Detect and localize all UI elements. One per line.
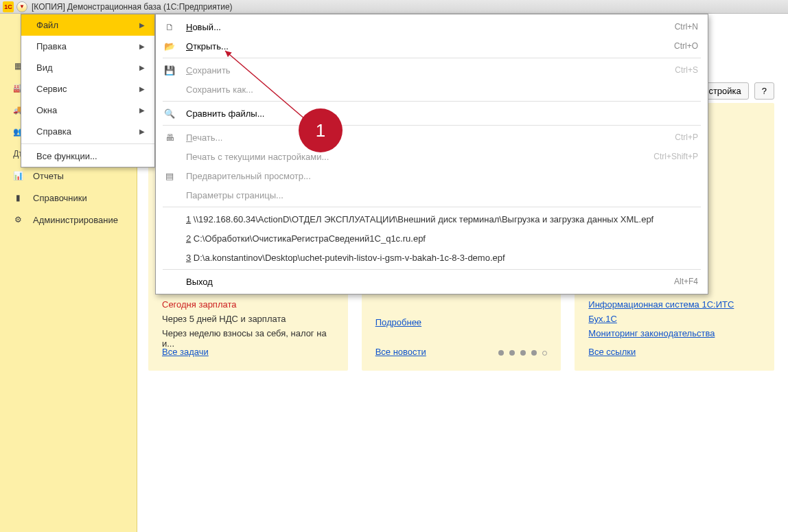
menu-item-recent-1[interactable]: 1 \\192.168.60.34\ActionD\ОТДЕЛ ЭКСПЛУАТ…: [156, 209, 708, 229]
all-links-link[interactable]: Все ссылки: [588, 347, 636, 357]
annotation-badge: 1: [299, 108, 343, 152]
menu-shortcut: Ctrl+P: [661, 132, 698, 142]
chevron-right-icon: ▶: [139, 43, 145, 50]
main-menu: Файл ▶ Правка ▶ Вид ▶ Сервис ▶ Окна ▶ Сп…: [21, 14, 155, 167]
news-more-link[interactable]: Подробнее: [375, 317, 421, 327]
link-monitoring[interactable]: Мониторинг законодательства: [588, 328, 715, 338]
link-buh1c[interactable]: Бух.1С: [588, 314, 616, 324]
save-icon: 💾: [163, 65, 176, 76]
menu-label: Все функции...: [36, 151, 97, 161]
dot-icon[interactable]: [498, 350, 504, 356]
chevron-right-icon: ▶: [139, 64, 145, 71]
menu-item-save: 💾 Сохранить Ctrl+S: [156, 60, 708, 80]
app-logo-icon: 1C: [3, 1, 14, 12]
menu-item-label: Сохранить: [186, 65, 661, 76]
chevron-right-icon: ▶: [139, 21, 145, 29]
menu-item-label: Открыть...: [186, 41, 660, 51]
chevron-right-icon: ▶: [139, 85, 145, 93]
menu-item-exit[interactable]: Выход Alt+F4: [156, 272, 708, 291]
menu-shortcut: Ctrl+N: [661, 22, 698, 32]
main-menu-dropdown-icon[interactable]: ▼: [16, 1, 27, 12]
link-its[interactable]: Информационная система 1С:ИТС: [588, 299, 734, 310]
chevron-right-icon: ▶: [139, 106, 145, 114]
menu-edit[interactable]: Правка ▶: [21, 36, 154, 57]
menu-separator: [163, 58, 701, 58]
book-icon: ▮: [12, 192, 23, 203]
menu-item-saveas: Сохранить как...: [156, 80, 708, 99]
menu-item-label: 1 \\192.168.60.34\ActionD\ОТДЕЛ ЭКСПЛУАТ…: [186, 214, 698, 224]
chart-icon: 📊: [12, 170, 23, 181]
blank-icon: [163, 84, 176, 95]
help-button[interactable]: ?: [754, 82, 774, 100]
menu-item-preview: ▤ Предварительный просмотр...: [156, 166, 708, 185]
menu-service[interactable]: Сервис ▶: [21, 78, 154, 100]
dot-icon[interactable]: [520, 350, 526, 356]
menu-item-recent-3[interactable]: 3 D:\a.konstantinov\Desktop\uchet-putevi…: [156, 248, 708, 267]
menu-item-print-current: Печать с текущими настройками... Ctrl+Sh…: [156, 147, 708, 166]
menu-file[interactable]: Файл ▶: [21, 14, 154, 36]
menu-item-label: Выход: [186, 277, 660, 287]
chevron-right-icon: ▶: [139, 128, 145, 135]
menu-shortcut: Ctrl+Shift+P: [640, 152, 698, 161]
task-today: Сегодня зарплата: [162, 299, 334, 310]
open-folder-icon: 📂: [163, 41, 176, 51]
menu-separator: [163, 207, 701, 207]
menu-shortcut: Ctrl+S: [661, 65, 698, 75]
menu-item-page-params: Параметры страницы...: [156, 185, 708, 205]
menu-label: Окна: [36, 105, 57, 115]
menu-label: Сервис: [36, 84, 67, 94]
new-doc-icon: 🗋: [163, 21, 176, 32]
file-submenu: 🗋 Новый... Ctrl+N 📂 Открыть... Ctrl+O 💾 …: [155, 14, 708, 294]
menu-all-functions[interactable]: Все функции...: [21, 146, 154, 167]
dot-icon[interactable]: [531, 350, 537, 356]
menu-item-label: 3 D:\a.konstantinov\Desktop\uchet-putevi…: [186, 253, 698, 263]
preview-icon: ▤: [163, 170, 176, 181]
all-tasks-link[interactable]: Все задачи: [162, 347, 209, 357]
dot-icon[interactable]: [509, 350, 515, 356]
menu-item-label: Сравнить файлы...: [186, 108, 698, 119]
dot-icon[interactable]: [542, 351, 547, 356]
menu-separator: [163, 101, 701, 102]
menu-label: Правка: [36, 41, 67, 51]
sidebar-item-label: Справочники: [33, 193, 87, 203]
compare-icon: 🔍: [163, 108, 176, 119]
menu-windows[interactable]: Окна ▶: [21, 100, 154, 121]
menu-item-label: 2 С:\Обработки\ОчистикаРегистраСведений1…: [186, 233, 698, 244]
menu-item-label: Печать...: [186, 132, 661, 143]
menu-item-label: Новый...: [186, 22, 661, 32]
blank-icon: [163, 276, 176, 287]
task-in-week: Через неделю взносы за себя, налог на и.…: [162, 328, 334, 349]
title-bar: 1C ▼ [КОПИЯ] Демонстрационная база (1С:П…: [0, 0, 788, 14]
menu-item-label: Предварительный просмотр...: [186, 171, 698, 181]
menu-help[interactable]: Справка ▶: [21, 121, 154, 142]
menu-item-label: Печать с текущими настройками...: [186, 152, 640, 162]
menu-shortcut: Ctrl+O: [660, 41, 698, 51]
annotation-number: 1: [316, 120, 325, 141]
menu-separator: [21, 143, 154, 144]
news-pagination-dots[interactable]: [498, 350, 547, 356]
gear-icon: ⚙: [12, 214, 23, 225]
top-right-toolbar: стройка ?: [701, 82, 774, 100]
menu-label: Вид: [36, 62, 53, 73]
menu-item-recent-2[interactable]: 2 С:\Обработки\ОчистикаРегистраСведений1…: [156, 229, 708, 248]
printer-icon: 🖶: [163, 132, 176, 143]
menu-separator: [163, 269, 701, 270]
menu-item-label: Сохранить как...: [186, 84, 698, 95]
menu-item-new[interactable]: 🗋 Новый... Ctrl+N: [156, 17, 708, 36]
blank-icon: [163, 151, 176, 162]
menu-item-open[interactable]: 📂 Открыть... Ctrl+O: [156, 36, 708, 56]
task-in5days: Через 5 дней НДС и зарплата: [162, 314, 334, 324]
window-title: [КОПИЯ] Демонстрационная база (1С:Предпр…: [32, 2, 233, 12]
menu-item-print: 🖶 Печать... Ctrl+P: [156, 128, 708, 147]
menu-item-label: Параметры страницы...: [186, 190, 698, 200]
sidebar-item-sprav[interactable]: ▮ Справочники: [0, 187, 137, 209]
menu-label: Файл: [36, 20, 58, 30]
menu-label: Справка: [36, 126, 71, 137]
sidebar-item-label: Отчеты: [33, 171, 64, 181]
menu-shortcut: Alt+F4: [660, 277, 698, 286]
all-news-link[interactable]: Все новости: [375, 347, 426, 357]
menu-item-compare[interactable]: 🔍 Сравнить файлы...: [156, 104, 708, 123]
sidebar-item-admin[interactable]: ⚙ Администрирование: [0, 209, 137, 231]
menu-view[interactable]: Вид ▶: [21, 57, 154, 78]
sidebar-item-otch[interactable]: 📊 Отчеты: [0, 165, 137, 187]
